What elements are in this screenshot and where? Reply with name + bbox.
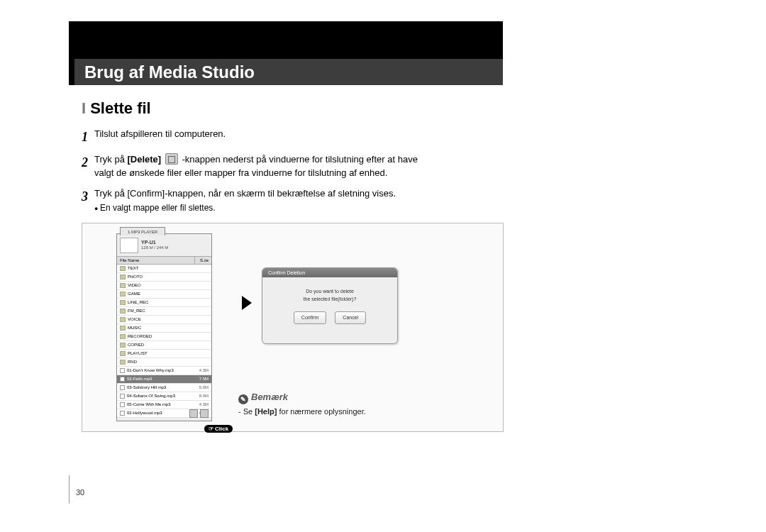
player-panel: 1.MP3 PLAYER YP-U1 128 M / 244 M File Na…	[116, 233, 212, 421]
panel-bottom-icons	[189, 409, 209, 418]
click-badge: Click	[204, 425, 233, 433]
dialog-line1: Do you want to delete	[268, 287, 392, 295]
list-item[interactable]: 05-Come With Me.mp34.3M	[117, 401, 211, 409]
list-item[interactable]: VOICE	[117, 316, 211, 324]
page-divider	[69, 475, 70, 504]
list-item[interactable]: COPIED	[117, 341, 211, 350]
note-block: ✎Bemærk - Se [Help] for nærmere oplysnin…	[238, 392, 366, 416]
file-icon	[120, 394, 125, 399]
device-model: YP-U1	[141, 240, 156, 245]
confirm-button[interactable]: Confirm	[294, 311, 327, 323]
file-icon	[120, 385, 125, 390]
folder-icon	[120, 334, 126, 339]
step-2-delete-label: [Delete]	[127, 154, 161, 165]
folder-icon	[120, 275, 126, 279]
file-icon	[120, 377, 125, 382]
step-3-body: Tryk på [Confirm]-knappen, når en skærm …	[94, 187, 500, 214]
folder-icon	[120, 300, 126, 305]
list-item[interactable]: FM_REC	[117, 307, 211, 316]
step-2-post1: -knappen nederst på vinduerne for tilslu…	[182, 154, 417, 165]
device-capacity: 128 M / 244 M	[141, 245, 168, 250]
note-icon: ✎	[238, 394, 248, 404]
section-title: Slette fil	[90, 99, 151, 117]
folder-icon	[120, 317, 126, 322]
folder-icon	[120, 266, 126, 271]
step-2-pre: Tryk på	[94, 154, 127, 165]
list-item[interactable]: PHOTO	[117, 273, 211, 282]
content-area: ISlette fil 1 Tilslut afspilleren til co…	[82, 99, 500, 432]
dialog-buttons: Confirm Cancel	[268, 311, 392, 323]
step-2-text: Tryk på [Delete] -knappen nederst på vin…	[94, 153, 500, 180]
file-icon	[120, 402, 125, 407]
step-3-bullet: En valgt mappe eller fil slettes.	[94, 202, 500, 214]
folder-icon	[120, 309, 126, 314]
delete-icon	[165, 153, 178, 165]
folder-icon	[120, 360, 126, 365]
list-item[interactable]: VIDEO	[117, 282, 211, 290]
device-icon	[120, 238, 138, 253]
arrow-right-icon	[242, 296, 252, 310]
folder-icon	[120, 326, 126, 331]
list-item[interactable]: TEXT	[117, 265, 211, 273]
folder-list: TEXT PHOTO VIDEO GAME LINE_REC FM_REC VO…	[117, 265, 211, 367]
list-item-selected[interactable]: 02-Faith.mp37.5M	[117, 375, 211, 384]
list-item[interactable]: 04-Sultans Of Swing.mp38.0M	[117, 392, 211, 401]
step-3: 3 Tryk på [Confirm]-knappen, når en skær…	[82, 187, 500, 214]
col-size: S.ze	[194, 257, 211, 264]
dialog-line2: the selected file(folder)?	[268, 295, 392, 303]
file-icon	[120, 411, 125, 416]
dialog-title: Confirm Deletion	[262, 268, 397, 277]
step-3-text: Tryk på [Confirm]-knappen, når en skærm …	[94, 188, 396, 199]
step-1-text: Tilslut afspilleren til computeren.	[94, 128, 500, 146]
player-header: YP-U1 128 M / 244 M	[117, 234, 211, 257]
dialog-body: Do you want to delete the selected file(…	[262, 277, 397, 330]
figure-box: 1.MP3 PLAYER YP-U1 128 M / 244 M File Na…	[82, 223, 504, 432]
player-tab: 1.MP3 PLAYER	[120, 227, 165, 235]
folder-icon	[120, 343, 126, 348]
confirm-dialog: Confirm Deletion Do you want to delete t…	[262, 267, 398, 344]
tool-icon[interactable]	[189, 409, 198, 418]
cancel-button[interactable]: Cancel	[335, 311, 366, 323]
list-item[interactable]: PLAYLIST	[117, 350, 211, 358]
list-item[interactable]: 01-Don't Know Why.mp34.3M	[117, 367, 211, 375]
header-title-bar: Brug af Media Studio	[69, 59, 503, 85]
folder-icon	[120, 283, 126, 288]
page-title: Brug af Media Studio	[84, 62, 255, 82]
folder-icon	[120, 292, 126, 297]
col-filename: File Name	[117, 257, 194, 264]
device-info: YP-U1 128 M / 244 M	[141, 240, 168, 251]
folder-icon	[120, 351, 126, 356]
list-item[interactable]: GAME	[117, 290, 211, 299]
list-item[interactable]: LINE_REC	[117, 299, 211, 307]
step-2-post2: valgt de ønskede filer eller mapper fra …	[94, 167, 387, 178]
list-item[interactable]: RND	[117, 358, 211, 367]
step-2-number: 2	[82, 153, 94, 180]
note-text: - Se [Help] for nærmere oplysninger.	[238, 407, 366, 416]
step-1-number: 1	[82, 128, 94, 146]
list-item[interactable]: 03-Solsbury Hill.mp35.0M	[117, 384, 211, 392]
step-1: 1 Tilslut afspilleren til computeren.	[82, 128, 500, 146]
column-header: File Name S.ze	[117, 257, 211, 265]
section-pipe: I	[82, 99, 86, 117]
page-number: 30	[76, 488, 84, 497]
step-3-number: 3	[82, 187, 94, 214]
section-title-row: ISlette fil	[82, 99, 500, 118]
list-item[interactable]: RECORDED	[117, 333, 211, 341]
list-item[interactable]: MUSIC	[117, 324, 211, 333]
note-label: ✎Bemærk	[238, 392, 366, 404]
delete-tool-icon[interactable]	[200, 409, 209, 418]
file-icon	[120, 368, 125, 373]
step-2: 2 Tryk på [Delete] -knappen nederst på v…	[82, 153, 500, 180]
